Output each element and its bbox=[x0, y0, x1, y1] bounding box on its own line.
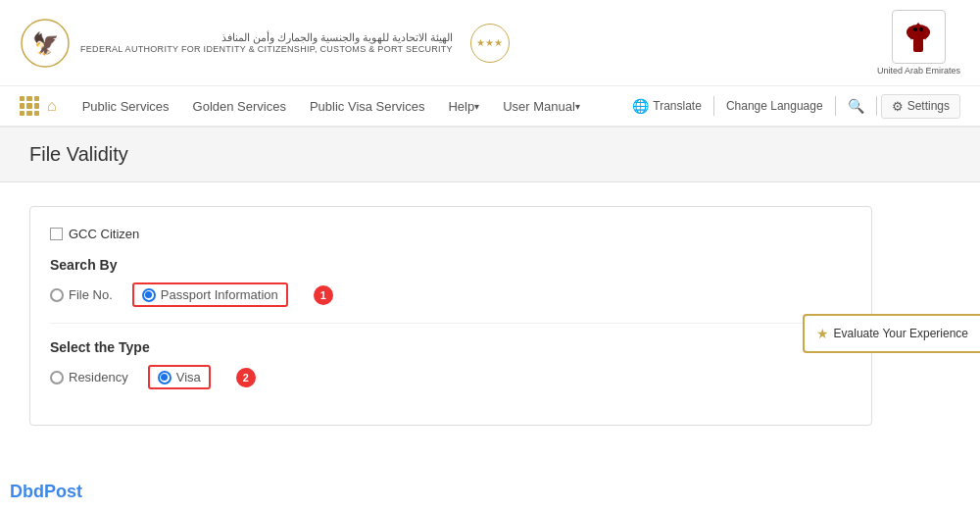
translate-icon: 🌐 bbox=[632, 98, 649, 114]
residency-label: Residency bbox=[69, 370, 128, 384]
search-by-label: Search By bbox=[50, 257, 852, 273]
visa-option[interactable]: Visa bbox=[148, 365, 211, 389]
file-no-label: File No. bbox=[69, 287, 113, 302]
type-options: Residency Visa 2 bbox=[50, 365, 852, 389]
form-card: GCC Citizen Search By File No. Passport … bbox=[29, 206, 872, 426]
gcc-citizen-row: GCC Citizen bbox=[50, 227, 852, 241]
logo-arabic-text: الهيئة الاتحادية للهوية والجنسية والجمار… bbox=[80, 31, 453, 44]
residency-radio[interactable] bbox=[50, 371, 64, 384]
svg-point-8 bbox=[919, 27, 923, 31]
nav-divider-2 bbox=[835, 96, 836, 116]
nav-link-golden-services[interactable]: Golden Services bbox=[183, 85, 296, 127]
home-icon[interactable]: ⌂ bbox=[47, 97, 57, 115]
visa-radio[interactable] bbox=[158, 371, 172, 384]
passport-info-option[interactable]: Passport Information bbox=[132, 282, 288, 307]
nav-link-public-visa-services[interactable]: Public Visa Services bbox=[300, 85, 435, 127]
residency-option[interactable]: Residency bbox=[50, 370, 128, 384]
uae-emblem-area: United Arab Emirates bbox=[877, 10, 960, 76]
evaluate-label: Evaluate Your Experience bbox=[834, 327, 968, 340]
star-icon: ★ bbox=[816, 326, 829, 341]
settings-label: Settings bbox=[907, 99, 950, 113]
nav-link-public-services[interactable]: Public Services bbox=[73, 85, 179, 127]
translate-label: Translate bbox=[653, 99, 702, 113]
main-navbar: ⌂ Public Services Golden Services Public… bbox=[0, 86, 980, 128]
section-divider bbox=[50, 323, 852, 324]
grid-icon[interactable] bbox=[20, 96, 39, 116]
svg-point-7 bbox=[913, 27, 917, 31]
logo-english-text: FEDERAL AUTHORITY FOR IDENTITY & CITIZEN… bbox=[80, 44, 453, 54]
nav-link-help[interactable]: Help bbox=[438, 85, 489, 127]
logo-text: الهيئة الاتحادية للهوية والجنسية والجمار… bbox=[80, 31, 453, 54]
gcc-citizen-label: GCC Citizen bbox=[69, 227, 139, 241]
settings-button[interactable]: ⚙ Settings bbox=[881, 94, 960, 119]
translate-button[interactable]: 🌐 Translate bbox=[624, 98, 710, 114]
nav-divider-1 bbox=[713, 96, 714, 116]
visa-radio-dot bbox=[161, 374, 168, 381]
nav-divider-3 bbox=[876, 96, 877, 116]
header-logo-area: 🦅 الهيئة الاتحادية للهوية والجنسية والجم… bbox=[20, 18, 510, 69]
file-no-radio[interactable] bbox=[50, 288, 64, 302]
gear-icon: ⚙ bbox=[892, 99, 904, 114]
svg-rect-4 bbox=[913, 38, 923, 52]
nav-right-group: 🌐 Translate Change Language 🔍 ⚙ Settings bbox=[624, 94, 960, 119]
uae-label-text: United Arab Emirates bbox=[877, 66, 960, 76]
select-type-section: Select the Type Residency Visa 2 bbox=[50, 339, 852, 389]
select-type-label: Select the Type bbox=[50, 339, 852, 355]
nav-links-group: Public Services Golden Services Public V… bbox=[73, 85, 625, 127]
svg-text:🦅: 🦅 bbox=[32, 30, 60, 57]
file-no-option[interactable]: File No. bbox=[50, 287, 113, 302]
search-by-options: File No. Passport Information 1 bbox=[50, 282, 852, 307]
logo-emblem-icon: 🦅 bbox=[20, 18, 71, 69]
visa-label: Visa bbox=[176, 370, 201, 384]
evaluate-button[interactable]: ★ Evaluate Your Experience bbox=[803, 314, 980, 353]
visa-badge: 2 bbox=[236, 368, 256, 387]
uae-eagle-icon bbox=[892, 10, 946, 64]
nav-icon-group: ⌂ bbox=[20, 96, 57, 116]
page-title-bar: File Validity bbox=[0, 128, 980, 182]
page-title: File Validity bbox=[29, 143, 951, 166]
passport-badge: 1 bbox=[314, 285, 333, 305]
passport-info-radio-dot bbox=[145, 291, 152, 298]
passport-info-radio[interactable] bbox=[142, 288, 156, 302]
search-button[interactable]: 🔍 bbox=[840, 98, 872, 114]
search-icon: 🔍 bbox=[848, 98, 864, 114]
passport-info-label: Passport Information bbox=[161, 287, 278, 302]
gcc-citizen-checkbox[interactable] bbox=[50, 228, 63, 240]
stars-badge-icon: ★★★ bbox=[470, 24, 510, 63]
search-by-section: Search By File No. Passport Information … bbox=[50, 257, 852, 307]
nav-link-user-manual[interactable]: User Manual bbox=[493, 85, 590, 127]
change-language-label: Change Language bbox=[726, 99, 823, 113]
site-header: 🦅 الهيئة الاتحادية للهوية والجنسية والجم… bbox=[0, 0, 980, 86]
change-language-button[interactable]: Change Language bbox=[718, 99, 831, 113]
